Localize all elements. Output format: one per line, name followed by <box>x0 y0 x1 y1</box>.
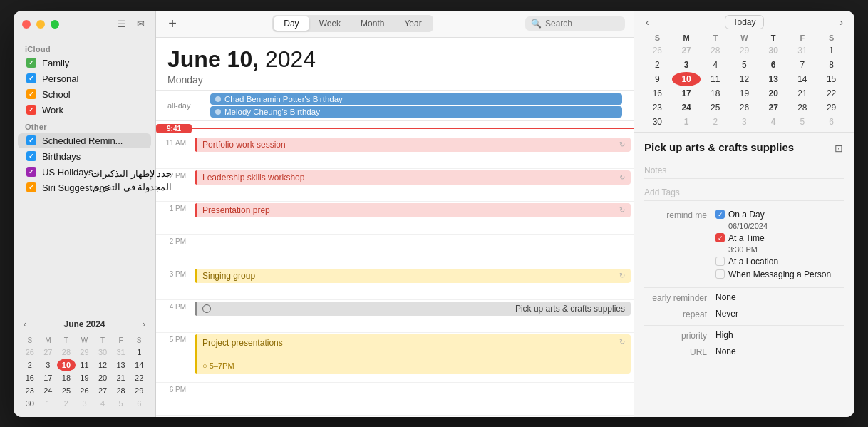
mini-day[interactable]: 16 <box>21 371 39 384</box>
mini-day[interactable]: 28 <box>112 384 130 397</box>
top-day[interactable]: 5 <box>788 115 817 129</box>
top-day[interactable]: 21 <box>788 86 817 101</box>
event-pickup[interactable]: Pick up arts & crafts supplies <box>195 302 631 316</box>
mini-day[interactable]: 27 <box>93 384 112 397</box>
on-a-day-check-icon[interactable]: ✓ <box>715 210 725 219</box>
top-day[interactable]: 11 <box>701 72 730 86</box>
top-day[interactable]: 6 <box>817 115 846 129</box>
view-day-button[interactable]: Day <box>274 16 309 31</box>
top-day[interactable]: 17 <box>672 86 701 101</box>
mini-cal-prev[interactable]: ‹ <box>21 318 29 331</box>
top-day[interactable]: 5 <box>730 58 759 72</box>
right-mini-cal-next[interactable]: › <box>837 15 846 29</box>
mini-day[interactable]: 30 <box>93 346 112 359</box>
top-day[interactable]: 22 <box>817 86 846 101</box>
mini-day-today[interactable]: 10 <box>57 359 76 371</box>
top-day[interactable]: 28 <box>788 101 817 115</box>
top-day[interactable]: 23 <box>643 101 672 115</box>
top-day[interactable]: 2 <box>643 58 672 72</box>
top-day[interactable]: 8 <box>817 58 846 72</box>
top-day[interactable]: 29 <box>817 101 846 115</box>
top-day[interactable]: 4 <box>701 58 730 72</box>
add-event-button[interactable]: + <box>165 16 180 31</box>
mini-day[interactable]: 19 <box>76 371 94 384</box>
mini-day[interactable]: 13 <box>112 359 130 371</box>
top-day[interactable]: 24 <box>672 101 701 115</box>
top-day[interactable]: 20 <box>759 86 788 101</box>
top-day[interactable]: 7 <box>788 58 817 72</box>
sidebar-item-family[interactable]: Family <box>18 56 151 71</box>
top-day[interactable]: 26 <box>643 43 672 58</box>
top-day[interactable]: 3 <box>730 115 759 129</box>
top-day-today[interactable]: 10 <box>672 72 701 86</box>
allday-event-2[interactable]: Melody Cheung's Birthday <box>210 106 622 118</box>
sidebar-item-birthdays[interactable]: Birthdays <box>18 149 151 164</box>
event-leadership[interactable]: Leadership skills workshop ↻ <box>195 170 631 185</box>
mini-day[interactable]: 27 <box>39 346 58 359</box>
sidebar-item-personal[interactable]: Personal <box>18 71 151 86</box>
view-year-button[interactable]: Year <box>394 16 431 31</box>
event-presentation[interactable]: Presentation prep ↻ <box>195 203 631 217</box>
mini-day[interactable]: 22 <box>130 371 148 384</box>
top-day[interactable]: 2 <box>701 115 730 129</box>
top-day[interactable]: 26 <box>730 101 759 115</box>
mini-day[interactable]: 21 <box>112 371 130 384</box>
mini-day[interactable]: 26 <box>76 384 94 397</box>
top-day[interactable]: 31 <box>788 43 817 58</box>
close-button[interactable] <box>22 20 31 29</box>
mini-day[interactable]: 26 <box>21 346 39 359</box>
mini-day[interactable]: 1 <box>130 346 148 359</box>
mini-day[interactable]: 3 <box>39 359 58 371</box>
top-day[interactable]: 13 <box>759 72 788 86</box>
sidebar-item-work[interactable]: Work <box>18 103 151 118</box>
mini-day[interactable]: 29 <box>76 346 94 359</box>
mail-icon[interactable]: ✉ <box>134 19 147 30</box>
view-week-button[interactable]: Week <box>309 16 351 31</box>
detail-notes[interactable]: Notes <box>644 163 844 179</box>
at-a-location-check-icon[interactable] <box>715 257 725 266</box>
top-day[interactable]: 30 <box>643 115 672 129</box>
top-day[interactable]: 27 <box>672 43 701 58</box>
mini-day[interactable]: 17 <box>39 371 58 384</box>
sidebar-toggle-icon[interactable]: ☰ <box>115 19 128 30</box>
at-a-time-check-icon[interactable]: ✓ <box>715 233 725 242</box>
mini-day[interactable]: 28 <box>57 346 76 359</box>
today-button[interactable]: Today <box>725 15 763 29</box>
event-detail-note-icon[interactable]: ⊡ <box>833 141 844 155</box>
mini-day[interactable]: 12 <box>93 359 112 371</box>
top-day[interactable]: 29 <box>730 43 759 58</box>
top-day[interactable]: 18 <box>701 86 730 101</box>
mini-day[interactable]: 24 <box>39 384 58 397</box>
detail-tags[interactable]: Add Tags <box>644 185 844 201</box>
event-portfolio[interactable]: Portfolio work session ↻ <box>195 138 631 152</box>
top-day[interactable]: 9 <box>643 72 672 86</box>
mini-day[interactable]: 18 <box>57 371 76 384</box>
top-day[interactable]: 1 <box>817 43 846 58</box>
mini-day[interactable]: 2 <box>57 397 76 410</box>
top-day[interactable]: 16 <box>643 86 672 101</box>
sidebar-item-scheduled[interactable]: Scheduled Remin... <box>18 133 151 148</box>
event-project[interactable]: Project presentations ↻ ○ 5–7PM <box>195 334 631 374</box>
top-day[interactable]: 1 <box>672 115 701 129</box>
mini-day[interactable]: 20 <box>93 371 112 384</box>
mini-day[interactable]: 11 <box>76 359 94 371</box>
when-messaging-check-icon[interactable] <box>715 269 725 279</box>
mini-day[interactable]: 2 <box>21 359 39 371</box>
top-day[interactable]: 15 <box>817 72 846 86</box>
top-day[interactable]: 25 <box>701 101 730 115</box>
mini-day[interactable]: 6 <box>130 397 148 410</box>
mini-day[interactable]: 29 <box>130 384 148 397</box>
mini-day[interactable]: 3 <box>76 397 94 410</box>
mini-day[interactable]: 25 <box>57 384 76 397</box>
top-day[interactable]: 28 <box>701 43 730 58</box>
top-day[interactable]: 27 <box>759 101 788 115</box>
mini-day[interactable]: 31 <box>112 346 130 359</box>
search-input[interactable] <box>545 19 616 29</box>
top-day[interactable]: 30 <box>759 43 788 58</box>
mini-day[interactable]: 23 <box>21 384 39 397</box>
top-day[interactable]: 6 <box>759 58 788 72</box>
mini-day[interactable]: 5 <box>112 397 130 410</box>
allday-event-1[interactable]: Chad Benjamin Potter's Birthday <box>210 93 622 105</box>
top-day[interactable]: 19 <box>730 86 759 101</box>
mini-day[interactable]: 30 <box>21 397 39 410</box>
